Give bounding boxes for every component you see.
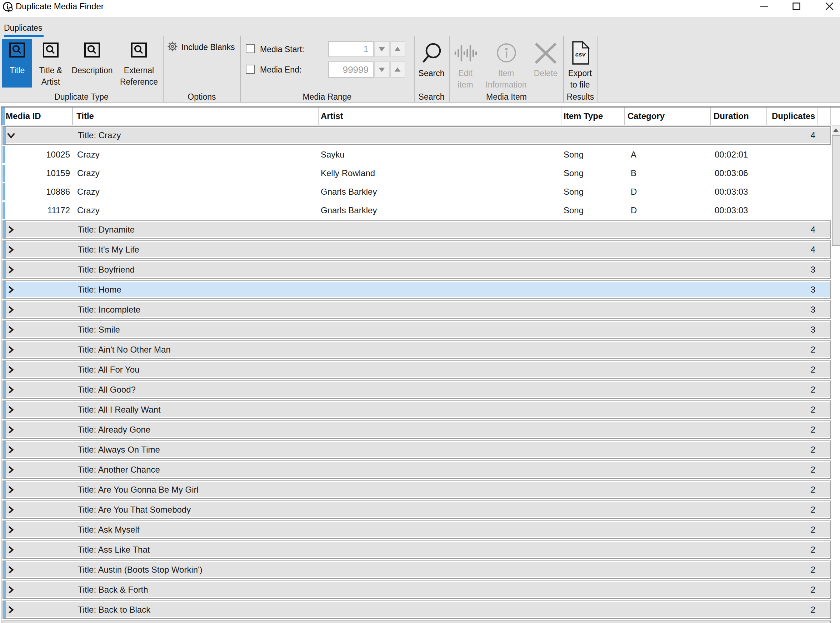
svg-text:csv: csv <box>575 51 586 58</box>
